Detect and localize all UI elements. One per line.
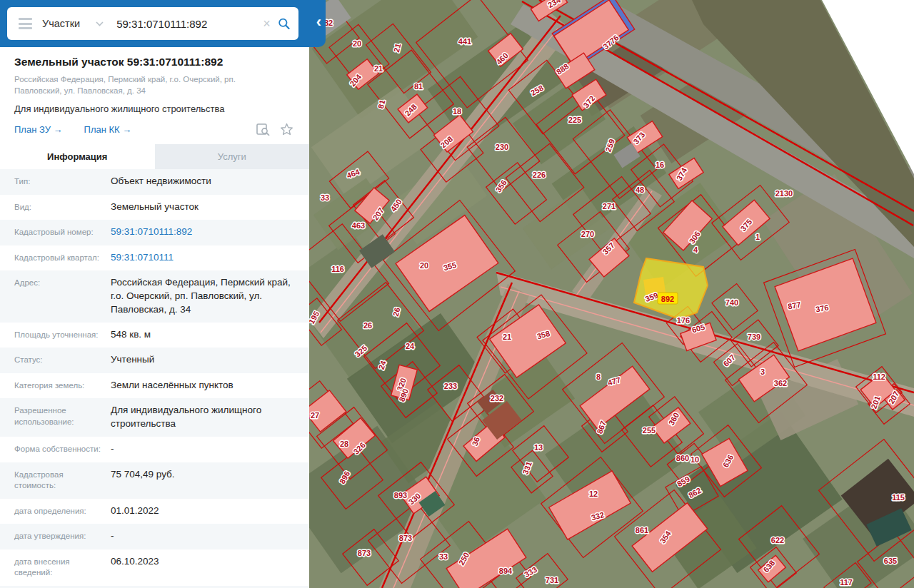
- map-parcel-label: 27: [311, 411, 319, 420]
- map-canvas[interactable]: 8220214414602120481812481820823046435623…: [309, 0, 914, 588]
- info-row-label: Кадастровый квартал:: [0, 245, 111, 271]
- info-row-value: 548 кв. м: [111, 323, 309, 348]
- map-parcel-label: 13: [534, 443, 543, 452]
- map-parcel-label: 270: [581, 230, 594, 238]
- map-parcel-label: 48: [636, 186, 644, 194]
- map-parcel-label: 24: [406, 342, 415, 350]
- map-parcel-label: 232: [491, 394, 503, 402]
- plan-zu-link[interactable]: План ЗУ →: [14, 124, 63, 135]
- info-row-label: Тип:: [0, 169, 111, 195]
- clear-search-icon[interactable]: ×: [263, 16, 271, 31]
- collapse-panel-icon[interactable]: ‹: [316, 14, 321, 30]
- map-parcel-label: 635: [884, 557, 897, 565]
- parcel-usage-text: Для индивидуального жилищного строительс…: [14, 103, 295, 114]
- info-row-value: Объект недвижимости: [111, 169, 309, 194]
- plan-kk-link[interactable]: План КК →: [84, 124, 132, 135]
- info-row: Категория земель:Земли населённых пункто…: [0, 373, 309, 399]
- map-parcel-label: 4: [693, 245, 698, 254]
- info-row-label: Разрешенное использование:: [0, 398, 111, 435]
- search-icon[interactable]: [278, 16, 290, 31]
- map-parcel-label: 1: [755, 233, 760, 241]
- info-row: Кадастровая стоимость:75 704,49 руб.: [0, 462, 309, 499]
- menu-icon[interactable]: [19, 18, 32, 29]
- info-row-label: Площадь уточненная:: [0, 323, 111, 348]
- info-row-value: Для индивидуального жилищного строительс…: [111, 398, 309, 437]
- info-row-value: Земли населённых пунктов: [111, 373, 309, 398]
- search-category-dropdown[interactable]: Участки: [42, 18, 104, 29]
- info-row-label: дата определения:: [0, 499, 111, 524]
- cadastral-map[interactable]: 8220214414602120481812481820823046435623…: [309, 0, 914, 588]
- map-parcel-label: 233: [444, 382, 457, 390]
- favorite-star-icon[interactable]: [280, 123, 293, 136]
- info-row-value: 01.01.2022: [111, 499, 309, 524]
- info-row: дата определения:01.01.2022: [0, 499, 309, 524]
- search-bar-panel: Участки × ‹: [0, 0, 326, 47]
- map-parcel-label: 362: [774, 379, 787, 387]
- preview-document-icon[interactable]: [256, 123, 270, 136]
- map-parcel-label: 860: [676, 454, 689, 462]
- page-title: Земельный участок 59:31:0710111:892: [14, 56, 295, 69]
- info-row-label: Вид:: [0, 195, 111, 220]
- info-row-value-link[interactable]: 59:31:0710111: [111, 245, 309, 270]
- map-parcel-label: 861: [636, 526, 648, 534]
- map-parcel-label: 81: [414, 82, 423, 91]
- info-row-label: дата внесения сведений:: [0, 549, 111, 586]
- info-row-value: 06.10.2023: [111, 549, 309, 574]
- map-parcel-label: 622: [771, 536, 784, 544]
- info-row: Кадастровый квартал:59:31:0710111: [0, 245, 309, 271]
- info-table: Тип:Объект недвижимостиВид:Земельный уча…: [0, 169, 309, 588]
- map-parcel-label: 356: [494, 178, 508, 194]
- info-row-label: Адрес:: [0, 270, 111, 296]
- info-row: Разрешенное использование:Для индивидуал…: [0, 398, 309, 437]
- info-row-value: -: [111, 437, 309, 462]
- map-parcel-label: 8: [596, 372, 601, 381]
- map-parcel-label: 740: [725, 298, 738, 307]
- info-row: Кадастровый номер:59:31:0710111:892: [0, 220, 309, 245]
- map-parcel-label: 10: [690, 455, 699, 464]
- info-row-label: Статус:: [0, 348, 111, 373]
- map-parcel-label: 33: [439, 552, 448, 561]
- map-parcel-label: 115: [892, 493, 905, 502]
- map-parcel-label: 28: [340, 440, 348, 448]
- info-row-value: Земельный участок: [111, 195, 309, 220]
- map-parcel-label: 12: [589, 490, 598, 498]
- parcel-info-panel: Земельный участок 59:31:0710111:892 Росс…: [0, 47, 309, 588]
- tab-information[interactable]: Информация: [0, 144, 155, 169]
- info-row-label: дата утверждения:: [0, 524, 111, 549]
- info-row: дата внесения сведений:06.10.2023: [0, 549, 309, 586]
- map-parcel-label: 873: [358, 549, 371, 557]
- info-row: Адрес:Российская Федерация, Пермский кра…: [0, 270, 309, 323]
- search-category-label: Участки: [42, 18, 80, 29]
- map-parcel-label: 20: [420, 261, 428, 270]
- map-parcel-label: 33: [321, 193, 329, 202]
- map-parcel-label: 116: [331, 265, 344, 273]
- map-parcel-label: 873: [399, 534, 412, 542]
- map-parcel-label: 331: [521, 460, 533, 475]
- map-parcel-label: 463: [352, 221, 365, 230]
- info-row-label: Категория земель:: [0, 373, 111, 399]
- parcel-outline[interactable]: [712, 284, 758, 330]
- info-row: Площадь уточненная:548 кв. м: [0, 323, 309, 348]
- search-input[interactable]: [115, 17, 260, 31]
- info-row: дата утверждения:-: [0, 524, 309, 549]
- map-parcel-label: 2130: [775, 189, 793, 198]
- map-parcel-label: 739: [748, 333, 760, 341]
- map-parcel-label: 731: [546, 576, 558, 584]
- selected-parcel-chip-label: 892: [661, 295, 674, 303]
- info-row: Форма собственности:-: [0, 437, 309, 462]
- map-parcel-label: 225: [568, 116, 581, 124]
- map-parcel-label: 255: [643, 426, 656, 435]
- info-row-label: Кадастровая стоимость:: [0, 462, 111, 499]
- map-parcel-label: 271: [603, 202, 616, 211]
- info-row-value-link[interactable]: 59:31:0710111:892: [111, 220, 309, 245]
- tab-services[interactable]: Услуги: [155, 144, 310, 169]
- map-parcel-label: 20: [353, 39, 361, 48]
- map-parcel-label: 176: [677, 316, 690, 325]
- map-parcel-label: 21: [503, 333, 511, 341]
- info-row-value: 75 704,49 руб.: [111, 462, 309, 487]
- map-parcel-label: 18: [453, 107, 461, 116]
- map-parcel-label: 21: [374, 64, 383, 73]
- info-row-value: -: [111, 524, 309, 549]
- map-parcel-label: 112: [873, 372, 885, 381]
- map-parcel-label: 16: [656, 161, 664, 169]
